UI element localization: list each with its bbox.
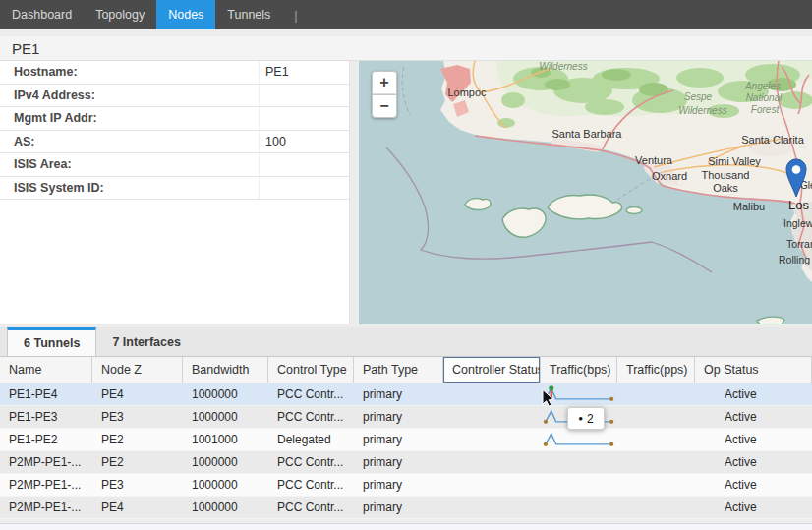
column-header-path-type[interactable]: Path Type <box>354 357 443 383</box>
cell-bandwidth: 1000000 <box>183 383 268 405</box>
map-label: Angeles <box>744 81 781 91</box>
cell-name: PE1-PE3 <box>0 406 92 428</box>
cell-bandwidth: 1000000 <box>183 406 268 428</box>
cell-control-type: PCC Contr... <box>268 383 354 405</box>
map-label: Oaks <box>713 182 738 194</box>
cell-bandwidth: 1000000 <box>183 451 268 473</box>
cell-traffic-bps <box>541 451 617 473</box>
field-label: Mgmt IP Addr: <box>0 107 259 130</box>
cell-controller-status <box>443 406 541 428</box>
table-row[interactable]: P2MP-PE1-...PE41000000PCC Contr...primar… <box>0 497 812 519</box>
map-label: Santa Barbara <box>552 128 623 140</box>
cell-bandwidth: 1000000 <box>183 497 268 518</box>
field-value <box>259 107 349 130</box>
zoom-in-button[interactable]: + <box>372 71 397 94</box>
field-value <box>259 153 349 176</box>
map-label: Malibu <box>733 201 765 212</box>
field-value <box>259 85 349 107</box>
cell-node-z: PE2 <box>92 451 183 473</box>
cell-path-type: primary <box>354 497 443 518</box>
cell-traffic-pps <box>617 451 695 473</box>
cell-traffic-bps <box>541 429 617 450</box>
traffic-sparkline[interactable] <box>543 430 617 449</box>
sparkline-tooltip: ● 2 <box>567 407 605 430</box>
cell-node-z: PE2 <box>92 429 183 450</box>
table-row[interactable]: PE1-PE4PE41000000PCC Contr...primaryActi… <box>0 383 812 406</box>
cell-controller-status <box>443 497 541 518</box>
column-header-name[interactable]: Name <box>0 357 92 383</box>
map-label: Wilderness <box>539 61 587 72</box>
tab-interfaces[interactable]: 7 Interfaces <box>96 327 196 356</box>
column-header-control-type[interactable]: Control Type <box>268 357 354 383</box>
column-header-controller-status[interactable]: Controller Status <box>443 357 541 383</box>
map-canvas: WildernessLompocSanta BarbaraSespeWilder… <box>359 61 812 324</box>
map-label: Ventura <box>635 154 673 166</box>
cell-traffic-pps <box>617 406 695 428</box>
field-row-isis-system-id: ISIS System ID: <box>0 177 349 201</box>
cell-path-type: primary <box>354 451 443 473</box>
map-label: Los Angeles <box>788 198 812 212</box>
nav-item-tunnels[interactable]: Tunnels <box>215 0 282 29</box>
field-row-isis-area: ISIS Area: <box>0 153 349 177</box>
cell-op-status: Active <box>695 451 812 473</box>
cell-traffic-bps <box>541 497 617 518</box>
map-label: Wilderness <box>678 105 726 116</box>
cell-bandwidth: 1001000 <box>183 429 268 450</box>
map-label: Sespe <box>684 91 713 102</box>
map-label: Rolling Hills <box>779 254 812 265</box>
map-label: Santa Clarita <box>741 134 804 146</box>
cell-bandwidth: 1000000 <box>183 474 268 496</box>
tab-tunnels[interactable]: 6 Tunnels <box>7 327 96 356</box>
map-view[interactable]: WildernessLompocSanta BarbaraSespeWilder… <box>359 61 812 324</box>
cell-control-type: Delegated <box>268 429 354 450</box>
nav-item-topology[interactable]: Topology <box>84 0 156 29</box>
page-title: PE1 <box>12 40 39 57</box>
column-header-traffic-pps-[interactable]: Traffic(pps) <box>617 357 695 383</box>
cell-node-z: PE4 <box>92 383 183 405</box>
column-header-op-status[interactable]: Op Status <box>695 357 812 383</box>
column-header-traffic-bps-[interactable]: Traffic(bps) <box>541 357 617 383</box>
zoom-out-button[interactable]: − <box>372 94 397 118</box>
column-header-bandwidth[interactable]: Bandwidth <box>183 357 268 383</box>
node-title-band: PE1 <box>0 36 812 61</box>
bottom-strip <box>0 523 812 530</box>
table-row[interactable]: P2MP-PE1-...PE21000000PCC Contr...primar… <box>0 451 812 474</box>
cell-op-status: Active <box>695 383 812 405</box>
map-label: Simi Valley <box>708 155 761 167</box>
cell-node-z: PE4 <box>92 497 183 518</box>
field-row-mgmt-ip: Mgmt IP Addr: <box>0 107 349 131</box>
cell-traffic-pps <box>617 429 695 450</box>
nav-item-dashboard[interactable]: Dashboard <box>0 0 84 29</box>
cell-op-status: Active <box>695 474 812 496</box>
cell-traffic-pps <box>617 497 695 518</box>
cell-path-type: primary <box>354 429 443 450</box>
cell-traffic-pps <box>617 474 695 496</box>
cell-controller-status <box>443 474 541 496</box>
column-header-node-z[interactable]: Node Z <box>92 357 183 383</box>
table-row[interactable]: PE1-PE2PE21001000DelegatedprimaryActive <box>0 429 812 451</box>
cell-controller-status <box>443 383 541 405</box>
cell-control-type: PCC Contr... <box>268 451 354 473</box>
cell-traffic-pps <box>617 383 695 405</box>
field-value: PE1 <box>259 61 349 84</box>
cell-name: P2MP-PE1-... <box>0 451 92 473</box>
cell-node-z: PE3 <box>92 474 183 496</box>
cell-op-status: Active <box>695 406 812 428</box>
nav-item-nodes[interactable]: Nodes <box>156 0 215 29</box>
map-label: Torrance <box>786 238 812 250</box>
cell-name: PE1-PE4 <box>0 383 92 405</box>
cell-op-status: Active <box>695 497 812 518</box>
app-window: Dashboard Topology Nodes Tunnels | PE1 H… <box>0 0 812 530</box>
field-label: ISIS Area: <box>0 153 259 176</box>
node-detail-panel: Hostname: PE1 IPv4 Address: Mgmt IP Addr… <box>0 61 350 324</box>
map-label: Oxnard <box>652 170 687 182</box>
cell-node-z: PE3 <box>92 406 183 428</box>
map-zoom-control: + − <box>372 71 397 118</box>
map-label: Thousand <box>702 169 750 181</box>
table-row[interactable]: P2MP-PE1-...PE31000000PCC Contr...primar… <box>0 474 812 497</box>
map-label: Lompoc <box>447 87 487 98</box>
table-row[interactable]: PE1-PE3PE31000000PCC Contr...primaryActi… <box>0 406 812 429</box>
cell-name: P2MP-PE1-... <box>0 497 92 518</box>
tooltip-value: 2 <box>587 412 594 426</box>
traffic-sparkline[interactable] <box>543 384 617 404</box>
